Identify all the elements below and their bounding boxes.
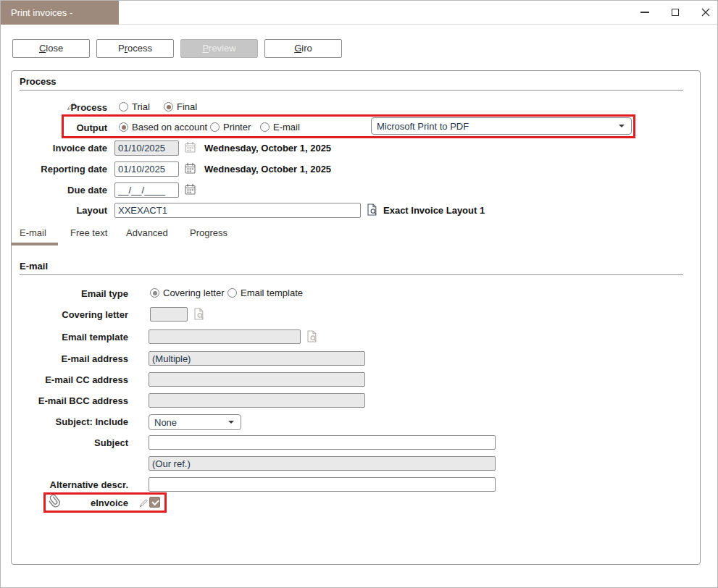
tab-progress[interactable]: Progress	[190, 227, 227, 238]
tab-free-text[interactable]: Free text	[70, 227, 107, 238]
alternative-descr-label: Alternative descr.	[12, 479, 128, 490]
calendar-icon[interactable]	[185, 142, 196, 153]
minimize-button[interactable]	[634, 1, 656, 24]
reporting-date-label: Reporting date	[12, 164, 107, 175]
subject-include-label: Subject: Include	[12, 416, 128, 427]
process-group-box: Process Process Trial Final Output Based…	[11, 70, 701, 565]
invoice-date-display: Wednesday, October 1, 2025	[204, 143, 331, 154]
close-window-button[interactable]	[695, 1, 717, 24]
reporting-date-display: Wednesday, October 1, 2025	[204, 164, 331, 175]
email-cc-input[interactable]	[149, 372, 365, 387]
email-template-label: Email template	[12, 332, 128, 343]
printer-select[interactable]: Microsoft Print to PDF	[371, 117, 632, 135]
subject-include-select[interactable]: None	[149, 414, 241, 430]
email-address-input[interactable]	[149, 351, 365, 366]
title-bar: Print invoices -	[1, 1, 717, 25]
radio-circle	[210, 122, 220, 132]
radio-trial[interactable]: Trial	[119, 101, 150, 112]
covering-letter-input[interactable]	[150, 307, 188, 322]
alternative-descr-input[interactable]	[149, 477, 496, 492]
email-section-divider	[20, 274, 683, 275]
process-section-divider	[20, 90, 683, 91]
radio-circle-selected	[150, 288, 159, 298]
process-button[interactable]: Process	[96, 39, 174, 58]
covering-letter-label: Covering letter	[12, 309, 128, 320]
radio-final[interactable]: Final	[164, 101, 197, 112]
email-type-label: Email type	[12, 288, 128, 299]
email-cc-label: E-mail CC address	[12, 374, 128, 385]
radio-email-output[interactable]: E-mail	[260, 122, 300, 133]
radio-circle-selected	[119, 122, 128, 132]
reporting-date-input[interactable]	[114, 161, 179, 177]
minimize-icon	[640, 12, 649, 13]
covering-letter-lookup-icon[interactable]	[193, 308, 205, 320]
einvoice-checkbox-checked[interactable]	[149, 497, 160, 508]
layout-lookup-icon[interactable]	[366, 203, 378, 216]
maximize-icon	[672, 9, 679, 16]
layout-input[interactable]	[114, 203, 361, 218]
tab-advanced[interactable]: Advanced	[126, 227, 168, 238]
subject-input[interactable]	[149, 435, 496, 450]
preview-button[interactable]: Preview	[180, 39, 258, 58]
print-invoices-window: Print invoices - Close Process Preview G…	[0, 0, 718, 588]
tab-email[interactable]: E-mail	[20, 227, 46, 238]
einvoice-label: eInvoice	[12, 497, 128, 508]
email-address-label: E-mail address	[12, 353, 128, 364]
radio-based-on-account[interactable]: Based on account	[119, 122, 207, 133]
process-field-label: Process	[12, 102, 107, 113]
radio-circle-selected	[164, 102, 173, 112]
giro-button[interactable]: Giro	[264, 39, 342, 58]
our-ref-input[interactable]	[149, 456, 496, 471]
radio-circle	[227, 288, 237, 298]
invoice-date-label: Invoice date	[12, 143, 107, 154]
active-tab-underline	[12, 243, 58, 245]
email-bcc-label: E-mail BCC address	[12, 395, 128, 406]
close-button[interactable]: Close	[12, 39, 90, 58]
email-section-title: E-mail	[20, 261, 48, 272]
calendar-icon[interactable]	[185, 184, 196, 195]
email-template-lookup-icon[interactable]	[306, 330, 318, 343]
radio-printer[interactable]: Printer	[210, 122, 251, 133]
due-date-label: Due date	[12, 185, 107, 196]
radio-circle	[260, 122, 270, 132]
layout-description: Exact Invoice Layout 1	[383, 205, 485, 216]
output-field-label: Output	[12, 122, 107, 133]
radio-circle	[119, 102, 128, 112]
maximize-button[interactable]	[664, 1, 686, 24]
radio-email-template[interactable]: Email template	[227, 287, 303, 298]
due-date-input[interactable]	[114, 182, 179, 198]
window-title: Print invoices -	[11, 1, 72, 25]
subject-label: Subject	[12, 437, 128, 448]
email-template-input[interactable]	[149, 329, 301, 344]
email-bcc-input[interactable]	[149, 393, 365, 408]
layout-label: Layout	[12, 205, 107, 216]
calendar-icon[interactable]	[185, 163, 196, 174]
radio-covering-letter[interactable]: Covering letter	[150, 287, 225, 298]
process-section-title: Process	[20, 76, 57, 87]
invoice-date-input[interactable]	[114, 140, 179, 156]
close-icon	[701, 8, 710, 17]
edit-pencil-icon	[139, 498, 149, 508]
